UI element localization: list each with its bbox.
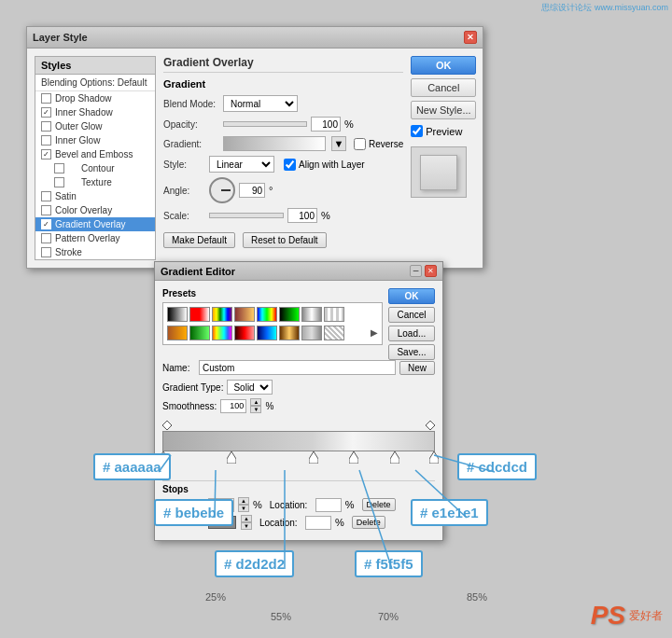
align-layer-checkbox[interactable]	[284, 159, 296, 171]
angle-input[interactable]	[239, 183, 265, 198]
inner-glow-checkbox[interactable]	[41, 135, 51, 146]
blending-options-item[interactable]: Blending Options: Default	[35, 75, 155, 91]
preset-swatch[interactable]	[212, 307, 232, 322]
name-input[interactable]	[199, 360, 396, 375]
style-item-bevel-emboss[interactable]: Bevel and Emboss	[35, 147, 155, 161]
preview-checkbox[interactable]	[411, 125, 423, 137]
smoothness-input[interactable]	[220, 399, 246, 413]
color-location-input[interactable]	[305, 516, 331, 530]
color-delete-button[interactable]: Delete	[352, 516, 385, 529]
reset-default-button[interactable]: Reset to Default	[243, 232, 327, 248]
color-stop-25[interactable]	[227, 451, 236, 465]
style-item-contour[interactable]: Contour	[35, 161, 155, 175]
color-stop-label: Color:	[162, 518, 204, 528]
gradient-type-row: Gradient Type: Solid	[162, 380, 435, 395]
color-stop-85[interactable]	[390, 451, 399, 465]
opacity-delete-button[interactable]: Delete	[362, 498, 396, 511]
new-style-button[interactable]: New Style...	[411, 101, 476, 119]
ok-button[interactable]: OK	[411, 56, 476, 75]
gradient-slider-bar[interactable]	[162, 431, 435, 451]
style-item-satin[interactable]: Satin	[35, 189, 155, 203]
color-stop-100[interactable]	[429, 451, 439, 465]
color-stop-55[interactable]	[309, 451, 318, 465]
inner-shadow-checkbox[interactable]	[41, 107, 51, 118]
contour-checkbox[interactable]	[54, 163, 64, 173]
style-select[interactable]: Linear	[209, 156, 274, 173]
preset-swatch[interactable]	[301, 326, 322, 340]
scale-input[interactable]	[287, 208, 317, 223]
smoothness-spinner[interactable]: ▲ ▼	[250, 398, 261, 413]
preset-swatch[interactable]	[301, 307, 322, 322]
ge-cancel-button[interactable]: Cancel	[388, 307, 435, 323]
style-item-pattern-overlay[interactable]: Pattern Overlay	[35, 231, 155, 245]
gradient-dropdown-btn[interactable]: ▼	[331, 136, 346, 151]
drop-shadow-checkbox[interactable]	[41, 93, 51, 104]
style-item-texture[interactable]: Texture	[35, 175, 155, 189]
style-item-outer-glow[interactable]: Outer Glow	[35, 119, 155, 133]
style-item-color-overlay[interactable]: Color Overlay	[35, 203, 155, 217]
preset-swatch[interactable]	[324, 326, 344, 340]
color-stop-0[interactable]	[159, 451, 168, 465]
satin-checkbox[interactable]	[41, 191, 51, 201]
opacity-stop-spinner[interactable]: ▲ ▼	[238, 497, 249, 512]
gradient-preview[interactable]	[223, 136, 326, 151]
preview-label: Preview	[426, 126, 462, 137]
opacity-slider[interactable]	[223, 121, 307, 127]
smoothness-down[interactable]: ▼	[250, 406, 261, 413]
preset-swatch[interactable]	[279, 307, 300, 322]
ge-ok-button[interactable]: OK	[388, 288, 435, 304]
pattern-overlay-checkbox[interactable]	[41, 233, 51, 243]
color-overlay-checkbox[interactable]	[41, 205, 51, 215]
ge-minimize-button[interactable]: ─	[410, 265, 422, 277]
cancel-button[interactable]: Cancel	[411, 78, 476, 97]
name-row: Name: New	[162, 360, 435, 375]
preset-swatch[interactable]	[234, 307, 255, 322]
preset-swatch[interactable]	[189, 326, 210, 340]
color-spinner[interactable]: ▲ ▼	[241, 515, 252, 530]
make-default-button[interactable]: Make Default	[163, 232, 235, 248]
preview-inner	[420, 155, 457, 190]
opacity-input[interactable]	[311, 117, 341, 132]
preset-swatch[interactable]	[167, 307, 188, 322]
preset-swatch[interactable]	[167, 326, 188, 340]
gradient-sub-header: Gradient	[163, 78, 403, 90]
style-item-inner-shadow[interactable]: Inner Shadow	[35, 105, 155, 119]
preset-swatch[interactable]	[324, 307, 344, 322]
ge-load-button[interactable]: Load...	[388, 326, 435, 341]
presets-arrow[interactable]: ▶	[371, 327, 378, 338]
annotation-cdcdcd: # cdcdcd	[457, 453, 537, 480]
style-item-drop-shadow[interactable]: Drop Shadow	[35, 91, 155, 105]
bevel-emboss-label: Bevel and Emboss	[55, 149, 133, 160]
ge-save-button[interactable]: Save...	[388, 344, 435, 360]
bevel-emboss-checkbox[interactable]	[41, 149, 51, 160]
angle-dial[interactable]	[209, 177, 235, 203]
close-button[interactable]: ✕	[464, 31, 477, 44]
outer-glow-checkbox[interactable]	[41, 121, 51, 132]
preset-swatch[interactable]	[257, 307, 277, 322]
ge-left-panel: Presets	[162, 288, 383, 360]
ge-close-button[interactable]: ✕	[425, 265, 437, 277]
gradient-type-select[interactable]: Solid	[227, 380, 273, 395]
reverse-checkbox[interactable]	[354, 138, 366, 150]
style-item-gradient-overlay[interactable]: Gradient Overlay	[35, 217, 155, 231]
color-swatch[interactable]	[208, 516, 236, 529]
blend-mode-select[interactable]: Normal	[223, 95, 298, 112]
style-item-stroke[interactable]: Stroke	[35, 245, 155, 259]
opacity-stop-input[interactable]	[208, 498, 234, 512]
preset-swatch[interactable]	[212, 326, 232, 340]
dialog-titlebar: Layer Style ✕	[27, 27, 483, 49]
gradient-overlay-checkbox[interactable]	[41, 219, 51, 229]
color-stop-70[interactable]	[349, 451, 358, 465]
preset-swatch[interactable]	[279, 326, 300, 340]
name-label: Name:	[162, 363, 195, 373]
scale-slider[interactable]	[209, 213, 284, 218]
smoothness-up[interactable]: ▲	[250, 398, 261, 406]
texture-checkbox[interactable]	[54, 177, 64, 187]
new-button[interactable]: New	[399, 361, 435, 375]
stroke-checkbox[interactable]	[41, 247, 51, 257]
preset-swatch[interactable]	[234, 326, 255, 340]
preset-swatch[interactable]	[257, 326, 277, 340]
style-item-inner-glow[interactable]: Inner Glow	[35, 133, 155, 147]
preset-swatch[interactable]	[189, 307, 210, 322]
location-input[interactable]	[315, 498, 342, 512]
